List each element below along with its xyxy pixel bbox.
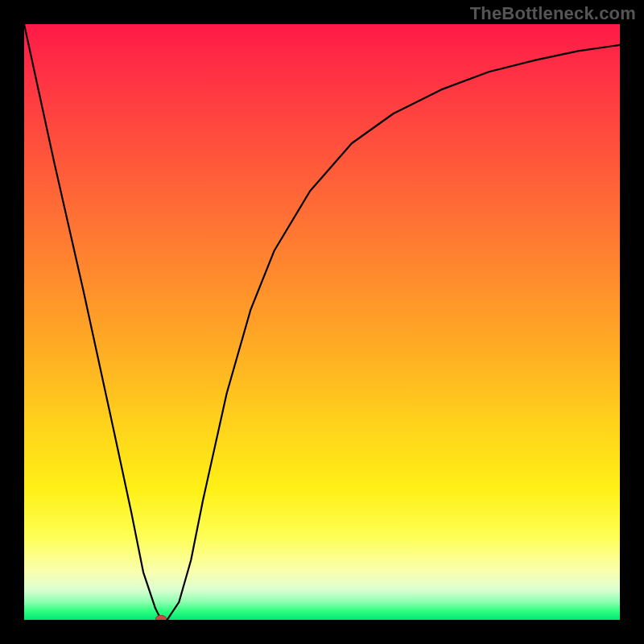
chart-frame: TheBottleneck.com: [0, 0, 644, 644]
bottleneck-curve: [24, 24, 620, 620]
minimum-marker: [155, 615, 167, 620]
plot-area: [24, 24, 620, 620]
watermark-text: TheBottleneck.com: [470, 3, 636, 24]
